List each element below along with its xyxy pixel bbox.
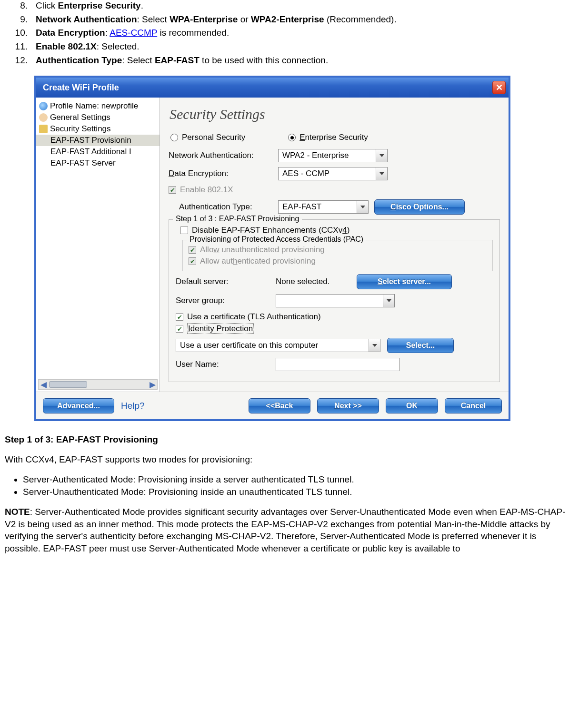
user-icon [39,113,48,122]
security-settings-panel: Security Settings Personal Security Ente… [160,98,509,392]
allow-auth-checkbox: Allow authenticated provisioning [189,256,487,266]
user-name-label: User Name: [176,360,276,369]
allow-unauth-checkbox: Allow unauthenticated provisioning [189,245,487,255]
back-button[interactable]: << Back [249,398,310,413]
auth-type-dropdown[interactable]: EAP-FAST [278,200,369,214]
step-num: 10. [5,27,28,39]
checkbox-icon [176,325,183,333]
note-paragraph: NOTE: Server-Authenticated Mode provides… [5,506,574,555]
identity-protection-checkbox[interactable]: Identity Protection [176,324,493,334]
checkbox-icon [189,257,196,265]
enterprise-security-radio[interactable]: Enterprise Security [288,133,368,142]
select-server-button[interactable]: Select server... [357,274,452,289]
certificate-source-dropdown[interactable]: Use a user certificate on this computer [176,339,380,352]
chevron-down-icon[interactable] [357,201,368,213]
advanced-button[interactable]: Advanced... [43,398,114,413]
step-text: Data Encryption: AES-CCMP is recommended… [36,28,229,38]
network-auth-label: Network Authentication: [169,151,278,160]
enable-8021x-checkbox: Enable 802.1X [169,185,500,195]
chevron-down-icon[interactable] [369,339,380,352]
use-certificate-checkbox[interactable]: Use a certificate (TLS Authentication) [176,312,493,322]
step-text: Authentication Type: Select EAP-FAST to … [36,55,328,65]
list-item: Server-Unauthenticated Mode: Provisionin… [23,487,574,497]
network-auth-dropdown[interactable]: WPA2 - Enterprise [278,149,388,162]
close-icon: ✕ [496,82,503,93]
step-9: 9. Network Authentication: Select WPA-En… [5,14,574,26]
step-text: Click Enterprise Security. [36,0,143,10]
dialog-title: Create WiFi Profile [43,83,119,93]
select-certificate-button[interactable]: Select... [387,338,454,353]
step1-legend: Step 1 of 3 : EAP-FAST Provisioning [173,215,302,223]
next-button[interactable]: Next >> [317,398,379,413]
user-name-input[interactable] [276,358,399,371]
tree-security[interactable]: Security Settings [36,123,160,135]
pac-fieldset: Provisioning of Protected Access Credent… [182,240,493,271]
globe-icon [39,102,48,110]
default-server-label: Default server: [176,277,276,286]
auth-type-label: Authentication Type: [179,202,278,212]
data-encryption-label: Data Encryption: [169,169,278,178]
lock-icon [39,125,48,133]
data-encryption-dropdown[interactable]: AES - CCMP [278,167,388,180]
ok-button[interactable]: OK [386,398,438,413]
paragraph: With CCXv4, EAP-FAST supports two modes … [5,453,574,466]
step1-fieldset: Step 1 of 3 : EAP-FAST Provisioning Disa… [169,219,500,382]
panel-heading: Security Settings [170,106,500,122]
server-group-dropdown[interactable] [276,294,395,307]
step-8: 8. Click Enterprise Security. [5,0,574,12]
server-group-label: Server group: [176,296,276,305]
checkbox-icon [180,226,188,234]
step-num: 12. [5,55,28,67]
step-num: 9. [5,14,28,26]
scroll-left-icon[interactable]: ◀ [39,380,48,390]
create-wifi-profile-dialog: Create WiFi Profile ✕ Profile Name: newp… [34,76,510,421]
aes-ccmp-link[interactable]: AES-CCMP [110,28,157,38]
titlebar[interactable]: Create WiFi Profile ✕ [36,78,509,98]
step-text: Network Authentication: Select WPA-Enter… [36,14,397,24]
tree-eap-provisioning[interactable]: EAP-FAST Provisionin [36,135,160,146]
section-heading: Step 1 of 3: EAP-FAST Provisioning [5,434,574,445]
checkbox-icon [176,313,183,321]
chevron-down-icon[interactable] [376,167,387,180]
help-link[interactable]: Help? [121,401,145,411]
step-11: 11. Enable 802.1X: Selected. [5,41,574,53]
pac-legend: Provisioning of Protected Access Credent… [187,235,366,244]
step-num: 11. [5,41,28,53]
cancel-button[interactable]: Cancel [445,398,502,413]
step-text: Enable 802.1X: Selected. [36,41,140,51]
checkbox-icon [169,186,176,194]
tree-scrollbar[interactable]: ◀ ▶ [38,379,158,390]
step-10: 10. Data Encryption: AES-CCMP is recomme… [5,27,574,39]
scroll-thumb[interactable] [49,381,87,388]
personal-security-radio[interactable]: Personal Security [170,133,245,142]
disable-enhancements-checkbox[interactable]: Disable EAP-FAST Enhancements (CCXv4) [180,226,493,235]
cisco-options-button[interactable]: Cisco Options... [374,199,465,215]
checkbox-icon [189,246,196,254]
dialog-button-bar: Advanced... Help? << Back Next >> OK Can… [36,392,509,419]
chevron-down-icon[interactable] [383,295,394,307]
default-server-value: None selected. [276,277,357,286]
chevron-down-icon[interactable] [376,149,387,162]
step-12: 12. Authentication Type: Select EAP-FAST… [5,55,574,67]
close-button[interactable]: ✕ [492,81,506,94]
tree-profile[interactable]: Profile Name: newprofile [36,100,160,112]
scroll-right-icon[interactable]: ▶ [148,380,157,390]
nav-tree: Profile Name: newprofile General Setting… [36,98,160,392]
tree-general[interactable]: General Settings [36,112,160,123]
list-item: Server-Authenticated Mode: Provisioning … [23,474,574,485]
tree-eap-additional[interactable]: EAP-FAST Additional I [36,146,160,157]
tree-eap-server[interactable]: EAP-FAST Server [36,157,160,169]
step-num: 8. [5,0,28,12]
